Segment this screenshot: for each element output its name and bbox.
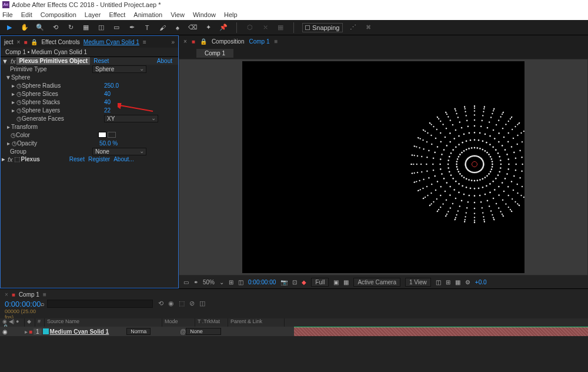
sphere-slices-toggle[interactable]: ▸ (10, 91, 16, 97)
text-tool-icon[interactable]: T (142, 23, 152, 32)
menu-animation[interactable]: Animation (133, 11, 162, 18)
plexus-collapse-icon[interactable]: ▸ (1, 155, 6, 163)
tl-tab[interactable]: Comp 1 (19, 291, 39, 298)
plexus-about[interactable]: About... (113, 156, 133, 162)
tl-lock-icon[interactable]: ■ (12, 291, 15, 298)
clone-tool-icon[interactable]: ♠ (173, 23, 182, 32)
effect-reset[interactable]: Reset (93, 58, 109, 64)
opacity-value[interactable]: 50.0 % (99, 140, 118, 147)
viewer-opt1-icon[interactable]: ◫ (436, 279, 441, 285)
color-swatch[interactable] (98, 132, 106, 138)
layer-name[interactable]: Medium Cyan Solid 1 (50, 328, 109, 335)
tl-switch5-icon[interactable]: ◫ (199, 300, 205, 307)
comp-subtab[interactable]: Comp 1 (196, 49, 233, 58)
effect-name[interactable]: Plexus Primitives Object (16, 57, 90, 65)
stopwatch-icon[interactable]: ◷ (16, 115, 22, 122)
gen-faces-select[interactable]: XY (104, 115, 158, 122)
stopwatch-icon[interactable]: ◷ (16, 91, 22, 97)
sphere-stacks-value[interactable]: 40 (104, 99, 111, 105)
menu-view[interactable]: View (171, 11, 185, 18)
tl-tab-close-icon[interactable]: × (5, 291, 8, 298)
menu-help[interactable]: Help (224, 11, 238, 18)
viewer-time[interactable]: 0:00:00:00 (248, 279, 276, 285)
panel-menu-icon[interactable]: ≡ (143, 39, 146, 45)
menu-file[interactable]: File (2, 11, 13, 18)
grid-icon[interactable]: ▦ (276, 23, 285, 32)
layer-color-chip[interactable] (43, 328, 49, 334)
transparency-icon[interactable]: ▦ (343, 279, 349, 285)
snap-option2-icon[interactable]: ✖ (364, 23, 373, 32)
eraser-tool-icon[interactable]: ⌫ (188, 23, 198, 32)
grid-overlay-icon[interactable]: ⊞ (229, 279, 233, 285)
layer-collapse-icon[interactable]: ▸ (25, 328, 28, 335)
snapping-toggle[interactable]: Snapping (302, 23, 343, 32)
primitive-type-select[interactable]: Sphere (92, 65, 146, 73)
plexus-reset[interactable]: Reset (69, 156, 85, 162)
layer-bar[interactable] (294, 327, 588, 336)
menu-composition[interactable]: Composition (41, 11, 76, 18)
track-area[interactable] (294, 327, 588, 336)
pickwhip-icon[interactable]: @ (180, 328, 186, 335)
comp-lock-icon[interactable]: ■ (192, 38, 195, 45)
viewer-opt4-icon[interactable]: ⚙ (465, 279, 470, 285)
timecode[interactable]: 0:00:00:00 (5, 300, 41, 308)
roto-tool-icon[interactable]: ✦ (203, 23, 213, 32)
views-select[interactable]: 1 View (405, 278, 431, 287)
sphere-slices-value[interactable]: 40 (104, 91, 111, 97)
tl-panel-menu-icon[interactable]: ≡ (43, 291, 46, 298)
show-snapshot-icon[interactable]: ⊡ (292, 279, 297, 285)
layer-mode-select[interactable]: Norma (126, 328, 151, 335)
menu-window[interactable]: Window (193, 11, 216, 18)
comp-canvas[interactable] (242, 61, 524, 273)
zoom-value[interactable]: 50% (203, 279, 215, 285)
stopwatch-icon[interactable]: ◷ (16, 82, 22, 89)
viewer-opt2-icon[interactable]: ⊞ (446, 279, 450, 285)
menu-edit[interactable]: Edit (21, 11, 32, 18)
vr-icon[interactable]: ⚭ (193, 279, 198, 285)
menu-layer[interactable]: Layer (85, 11, 101, 18)
tl-switch4-icon[interactable]: ⊘ (189, 300, 195, 307)
stopwatch-icon[interactable]: ◷ (16, 107, 22, 114)
hand-tool-icon[interactable]: ✋ (20, 23, 29, 32)
visibility-icon[interactable]: ◉ (0, 328, 9, 335)
comp-tab-target[interactable]: Comp 1 (249, 38, 269, 45)
comp-tab-close-icon[interactable]: × (183, 38, 187, 45)
fx-badge-icon[interactable]: fx (6, 156, 14, 163)
layer-solo-icon[interactable]: ■ (29, 328, 32, 335)
node-icon[interactable]: ⬡ (245, 23, 255, 32)
rotate-tool-icon[interactable]: ↻ (66, 23, 75, 32)
mask-icon[interactable]: ▭ (183, 279, 189, 285)
safe-zone-icon[interactable]: ◫ (238, 279, 243, 285)
plexus-name[interactable]: Plexus (20, 156, 40, 162)
lock-icon[interactable]: 🔒 (200, 38, 207, 45)
fx-badge-icon[interactable]: fx (9, 58, 17, 65)
sphere-group-toggle[interactable]: ▼ (5, 74, 11, 81)
resolution-select[interactable]: Full (311, 278, 329, 287)
collapse-effect-icon[interactable]: ▼ (1, 58, 9, 65)
timeline-search-input[interactable] (47, 300, 153, 308)
pen-tool-icon[interactable]: ✒ (127, 23, 136, 32)
camera-select[interactable]: Active Camera (353, 278, 400, 287)
puppet-tool-icon[interactable]: 📌 (219, 23, 228, 32)
plexus-register[interactable]: Register (88, 156, 110, 162)
sphere-layers-toggle[interactable]: ▸ (10, 107, 16, 114)
close-tab-icon[interactable]: × (17, 39, 21, 45)
group-select[interactable]: None (92, 148, 146, 155)
tl-switch1-icon[interactable]: ⟲ (158, 300, 163, 307)
zoom-tool-icon[interactable]: 🔍 (35, 23, 45, 32)
tab-fx[interactable]: Effect Controls (41, 39, 79, 45)
effect-about[interactable]: About (157, 58, 172, 64)
channels-icon[interactable]: ◆ (302, 279, 306, 285)
transform-toggle[interactable]: ▸ (5, 124, 11, 130)
menu-effect[interactable]: Effect (109, 11, 125, 18)
snap-option-icon[interactable]: ⋰ (349, 23, 358, 32)
comp-panel-menu-icon[interactable]: ≡ (275, 38, 278, 45)
tab-fx-target[interactable]: Medium Cyan Solid 1 (83, 39, 139, 45)
sphere-radius-value[interactable]: 250.0 (104, 82, 119, 89)
panel-chevron-icon[interactable]: » (171, 39, 175, 45)
tl-switch2-icon[interactable]: ◉ (168, 300, 174, 307)
layer-row[interactable]: ◉ ▸ ■ 1 Medium Cyan Solid 1 Norma @ None (0, 327, 294, 336)
sphere-layers-value[interactable]: 22 (104, 107, 111, 114)
zoom-chevron-icon[interactable]: ⌄ (219, 279, 224, 285)
roi-icon[interactable]: ▣ (333, 279, 339, 285)
